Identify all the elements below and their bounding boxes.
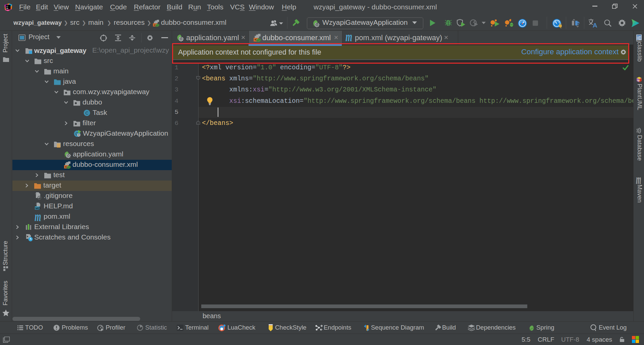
svg-text:<: < (154, 23, 156, 27)
svg-text:<: < (65, 165, 67, 169)
svg-text:<: < (255, 38, 257, 42)
svg-text:IJ: IJ (6, 5, 8, 8)
svg-text:A: A (593, 22, 597, 28)
svg-text:C: C (86, 111, 89, 116)
svg-text:M: M (638, 79, 640, 82)
